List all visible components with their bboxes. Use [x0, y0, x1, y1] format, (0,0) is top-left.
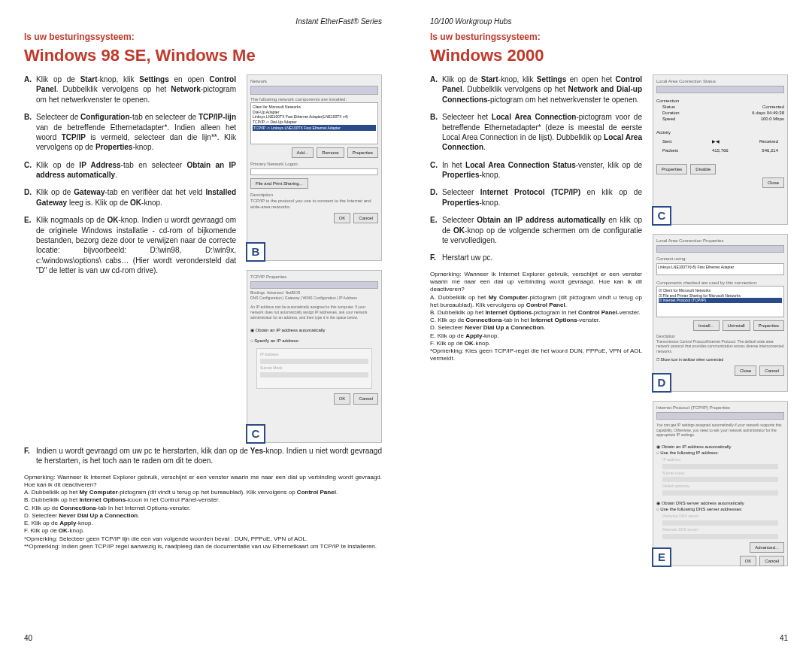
page-title-left: Windows 98 SE, Windows Me: [24, 44, 382, 66]
remark-left: Opmerking: Wanneer ik Internet Explorer …: [24, 474, 382, 550]
step-text: Klik op de IP Address-tab en selecteer O…: [36, 160, 236, 180]
figure-ip-properties: Internet Protocol (TCP/IP) Properties Yo…: [653, 401, 788, 566]
step-text: Selecteer de Configuration-tab en select…: [36, 112, 236, 153]
step-item: B.Selecteer de Configuration-tab en sele…: [24, 112, 236, 153]
step-letter: F.: [24, 446, 36, 466]
page-spread: Instant EtherFast® Series Is uw besturin…: [0, 0, 812, 649]
running-head-right: 10/100 Workgroup Hubs: [430, 17, 788, 26]
figure-lac-status: Local Area Connection Status Connection …: [653, 74, 788, 225]
step-text: Klik op de Start-knop, klik Settings en …: [36, 74, 236, 105]
step-item: B.Selecteer het Local Area Connection-pi…: [430, 112, 642, 153]
step-text: In het Local Area Connection Status-vens…: [442, 160, 642, 180]
step-text: Klik op de Gateway-tab en verifiëer dat …: [36, 187, 236, 208]
figure-label-c-right: C: [652, 206, 671, 226]
step-item: A.Klik op de Start-knop, klik Settings e…: [24, 74, 236, 105]
step-letter: F.: [430, 253, 442, 262]
folio-right: 41: [780, 633, 788, 643]
running-head-left: Instant EtherFast® Series: [24, 17, 382, 26]
folio-left: 40: [24, 633, 32, 643]
step-item: D.Selecteer Internet Protocol (TCP/IP) e…: [430, 187, 642, 208]
step-letter: A.: [430, 74, 442, 105]
step-letter: E.: [430, 215, 442, 245]
section-intro-left: Is uw besturingssysteem:: [24, 31, 382, 43]
step-item: C.Klik op de IP Address-tab en selecteer…: [24, 160, 236, 180]
figure-tcpip-properties: TCP/IP Properties Bindings Advanced NetB…: [247, 270, 382, 443]
step-item: F.Herstart uw pc.: [430, 253, 642, 262]
section-intro-right: Is uw besturingssysteem:: [430, 31, 788, 43]
step-item: E.Klik nogmaals op de OK-knop. Indien u …: [24, 215, 236, 275]
steps-list-left-wide: F.Indien u wordt gevraagd om uw pc te he…: [24, 446, 382, 466]
step-letter: C.: [430, 160, 442, 180]
step-letter: A.: [24, 74, 36, 105]
step-item: E.Selecteer Obtain an IP address automat…: [430, 215, 642, 245]
step-item: C.In het Local Area Connection Status-ve…: [430, 160, 642, 180]
step-text: Selecteer Internet Protocol (TCP/IP) en …: [442, 187, 642, 208]
step-text: Herstart uw pc.: [442, 253, 642, 262]
step-letter: E.: [24, 215, 36, 275]
page-left: Instant EtherFast® Series Is uw besturin…: [0, 0, 406, 649]
remark-right: Opmerking: Wanneer ik Internet Explorer …: [430, 271, 642, 363]
step-text: Klik op de Start-knop, klik Settings en …: [442, 74, 642, 105]
step-letter: C.: [24, 160, 36, 180]
steps-list-right: A.Klik op de Start-knop, klik Settings e…: [430, 74, 642, 263]
figure-label-d: D: [652, 373, 671, 393]
figure-network-config: Network The following network components…: [247, 74, 382, 261]
steps-list-left: A.Klik op de Start-knop, klik Settings e…: [24, 74, 236, 276]
figure-label-b: B: [246, 242, 265, 262]
step-text: Selecteer Obtain an IP address automatic…: [442, 215, 642, 245]
figure-label-e: E: [652, 547, 671, 567]
page-right: 10/100 Workgroup Hubs Is uw besturingssy…: [406, 0, 812, 649]
step-letter: B.: [430, 112, 442, 153]
step-letter: B.: [24, 112, 36, 153]
step-item: D.Klik op de Gateway-tab en verifiëer da…: [24, 187, 236, 208]
step-text: Indien u wordt gevraagd om uw pc te hers…: [36, 446, 382, 466]
figure-label-c-left: C: [246, 424, 265, 444]
figure-lac-properties: Local Area Connection Properties Connect…: [653, 234, 788, 392]
step-text: Klik nogmaals op de OK-knop. Indien u wo…: [36, 215, 236, 275]
step-letter: D.: [24, 187, 36, 208]
page-title-right: Windows 2000: [430, 44, 788, 66]
step-item: F.Indien u wordt gevraagd om uw pc te he…: [24, 446, 382, 466]
step-item: A.Klik op de Start-knop, klik Settings e…: [430, 74, 642, 105]
step-letter: D.: [430, 187, 442, 208]
step-text: Selecteer het Local Area Connection-pict…: [442, 112, 642, 153]
